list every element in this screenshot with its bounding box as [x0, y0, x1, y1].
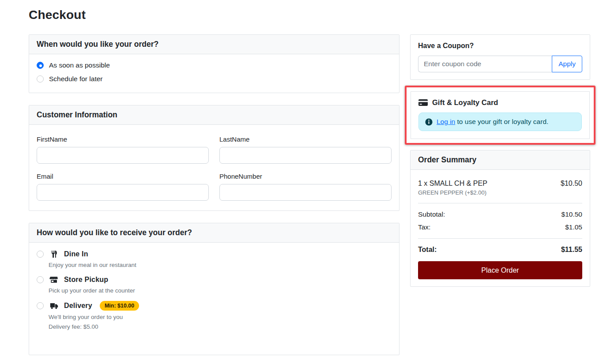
page-title: Checkout [29, 8, 603, 22]
gift-loyalty-card: Gift & Loyalty Card Log in to [411, 91, 590, 139]
order-summary-title: Order Summary [411, 150, 590, 170]
apply-coupon-button[interactable]: Apply [552, 56, 582, 72]
radio-store-pickup[interactable] [37, 276, 44, 283]
login-link[interactable]: Log in [437, 118, 455, 125]
delivery-fee-text: Delivery fee: $5.00 [49, 323, 392, 330]
order-item-row: 1 x SMALL CH & PEP $10.50 [418, 180, 582, 188]
option-store-pickup[interactable]: Store Pickup Pick up your order at the c… [37, 275, 392, 294]
email-label: Email [37, 173, 209, 180]
delivery-description: We'll bring your order to you [49, 314, 392, 320]
receive-method-card: How would you like to receive your order… [29, 223, 399, 355]
radio-asap[interactable] [37, 62, 44, 69]
gift-card-highlight-outline: Gift & Loyalty Card Log in to [405, 86, 595, 145]
order-item-price: $10.50 [561, 180, 582, 188]
subtotal-label: Subtotal: [418, 210, 445, 218]
coupon-card: Have a Coupon? Apply [410, 34, 590, 80]
tax-label: Tax: [418, 223, 430, 231]
info-icon [425, 118, 433, 126]
firstname-label: FirstName [37, 135, 209, 143]
subtotal-value: $10.50 [562, 210, 582, 218]
delivery-min-badge: Min: $10.00 [100, 301, 139, 311]
email-input[interactable] [37, 184, 209, 201]
summary-divider [418, 238, 582, 239]
firstname-input[interactable] [37, 147, 209, 164]
schedule-card-title: When would you like your order? [29, 35, 399, 54]
order-summary-card: Order Summary 1 x SMALL CH & PEP $10.50 … [410, 150, 590, 287]
tax-row: Tax: $1.05 [418, 223, 582, 231]
radio-dine-in[interactable] [37, 251, 44, 258]
store-icon [49, 275, 59, 284]
checkout-forms-column: When would you like your order? As soon … [29, 34, 399, 364]
total-label: Total: [418, 246, 437, 254]
receive-method-title: How would you like to receive your order… [29, 223, 399, 243]
checkout-page: Checkout When would you like your order?… [0, 0, 603, 364]
subtotal-row: Subtotal: $10.50 [418, 210, 582, 218]
radio-schedule-later[interactable] [37, 75, 44, 83]
lastname-input[interactable] [219, 147, 392, 164]
gift-card-title: Gift & Loyalty Card [432, 98, 498, 107]
coupon-title: Have a Coupon? [418, 42, 582, 50]
phone-input[interactable] [219, 184, 392, 201]
dine-in-label: Dine In [64, 250, 88, 258]
credit-card-icon [418, 99, 428, 106]
utensils-icon [49, 250, 59, 259]
option-delivery[interactable]: Delivery Min: $10.00 We'll bring your or… [37, 301, 392, 330]
customer-info-title: Customer Information [29, 105, 399, 125]
option-dine-in[interactable]: Dine In Enjoy your meal in our restauran… [37, 250, 392, 268]
customer-info-card: Customer Information FirstName LastName … [29, 105, 399, 211]
store-pickup-description: Pick up your order at the counter [49, 287, 392, 294]
radio-schedule-later-label: Schedule for later [49, 75, 103, 83]
summary-divider [418, 203, 582, 203]
tax-value: $1.05 [565, 223, 582, 231]
firstname-field-group: FirstName [37, 135, 209, 164]
total-value: $11.55 [561, 246, 582, 254]
store-pickup-label: Store Pickup [64, 276, 108, 284]
radio-delivery[interactable] [37, 302, 44, 309]
phone-label: PhoneNumber [219, 173, 392, 180]
dine-in-description: Enjoy your meal in our restaurant [49, 262, 392, 268]
delivery-label: Delivery [64, 302, 92, 310]
place-order-button[interactable]: Place Order [418, 261, 582, 279]
login-helper-text: to use your gift or loyalty card. [457, 118, 549, 125]
radio-option-schedule-later[interactable]: Schedule for later [37, 75, 392, 83]
total-row: Total: $11.55 [418, 246, 582, 254]
email-field-group: Email [37, 173, 209, 201]
radio-asap-label: As soon as possible [49, 61, 110, 69]
lastname-field-group: LastName [219, 135, 392, 164]
order-sidebar: Have a Coupon? Apply [410, 34, 590, 299]
lastname-label: LastName [219, 135, 392, 143]
phone-field-group: PhoneNumber [219, 173, 392, 201]
schedule-card: When would you like your order? As soon … [29, 34, 399, 93]
order-item-modifier: GREEN PEPPER (+$2.00) [418, 189, 582, 196]
coupon-code-input[interactable] [418, 56, 552, 72]
login-info-banner: Log in to use your gift or loyalty card. [418, 113, 582, 131]
truck-icon [49, 302, 59, 310]
order-item-name: 1 x SMALL CH & PEP [418, 180, 487, 188]
radio-option-asap[interactable]: As soon as possible [37, 61, 392, 69]
